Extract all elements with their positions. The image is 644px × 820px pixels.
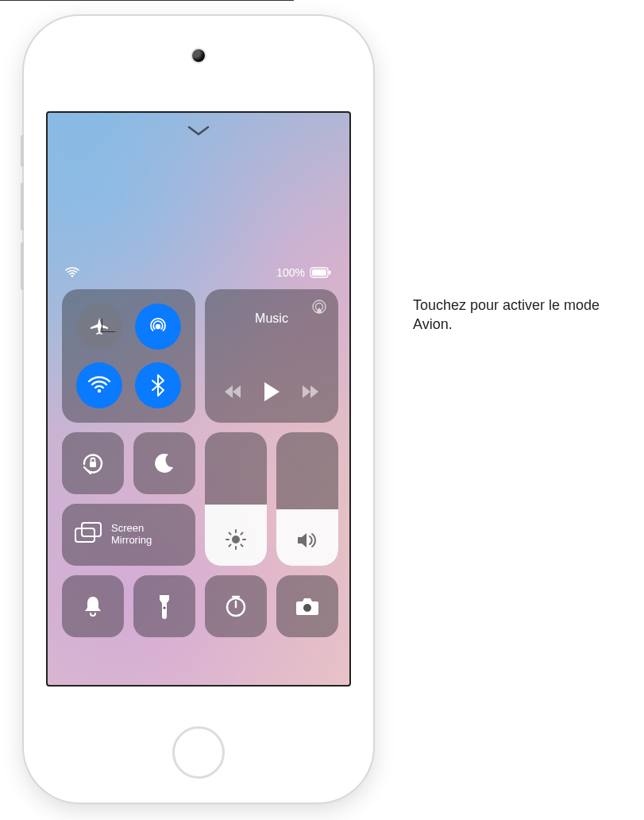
timer-icon	[224, 594, 248, 618]
timer-button[interactable]	[205, 575, 267, 637]
device-frame: 100%	[24, 16, 373, 803]
moon-icon	[152, 451, 176, 475]
callout-leader	[0, 0, 294, 1]
svg-rect-8	[90, 462, 96, 467]
callout-leader-elbow	[102, 319, 115, 332]
svg-point-20	[163, 606, 165, 609]
volume-slider[interactable]	[276, 432, 338, 566]
svg-point-24	[303, 604, 311, 612]
svg-line-16	[229, 533, 231, 535]
screen-mirroring-label-2: Mirroring	[111, 535, 152, 547]
bell-icon	[83, 594, 103, 618]
battery-icon	[310, 267, 332, 278]
airdrop-icon	[146, 315, 170, 338]
media-title: Music	[255, 311, 288, 326]
wifi-button[interactable]	[76, 362, 122, 408]
airplay-icon[interactable]	[311, 299, 327, 318]
play-button[interactable]	[263, 381, 280, 405]
side-button-volume-down	[21, 242, 24, 290]
brightness-slider[interactable]	[205, 432, 267, 566]
flashlight-button[interactable]	[133, 575, 195, 637]
control-center-grid: Music	[62, 289, 338, 637]
do-not-disturb-button[interactable]	[133, 432, 195, 494]
svg-point-4	[156, 324, 160, 329]
bluetooth-icon	[151, 373, 165, 397]
media-platter[interactable]: Music	[205, 289, 338, 423]
bluetooth-button[interactable]	[135, 362, 181, 408]
sound-button[interactable]	[62, 575, 124, 637]
svg-point-5	[98, 389, 101, 393]
camera-button[interactable]	[276, 575, 338, 637]
screen: 100%	[46, 111, 351, 687]
side-button-volume-up	[21, 183, 24, 230]
orientation-lock-button[interactable]	[62, 432, 124, 494]
airplane-mode-button[interactable]	[76, 304, 122, 350]
previous-track-button[interactable]	[225, 385, 242, 402]
volume-icon	[296, 531, 318, 553]
screen-mirroring-icon	[75, 522, 102, 547]
svg-line-18	[241, 533, 242, 535]
svg-rect-9	[82, 523, 101, 536]
airdrop-button[interactable]	[135, 304, 181, 350]
battery-percent-label: 100%	[276, 266, 305, 279]
next-track-button[interactable]	[301, 385, 318, 402]
dismiss-chevron-icon[interactable]	[187, 126, 210, 140]
svg-rect-2	[312, 269, 326, 276]
svg-line-17	[241, 544, 242, 546]
wifi-status-icon	[65, 267, 79, 278]
connectivity-platter[interactable]	[62, 289, 195, 423]
flashlight-icon	[157, 594, 172, 619]
front-camera	[192, 49, 205, 62]
orientation-lock-icon	[79, 450, 106, 477]
svg-rect-10	[75, 528, 94, 542]
svg-point-0	[71, 275, 74, 277]
screen-mirroring-button[interactable]: Screen Mirroring	[62, 504, 195, 566]
status-bar: 100%	[48, 264, 349, 281]
svg-point-11	[232, 536, 240, 543]
screen-mirroring-label-1: Screen	[111, 523, 152, 535]
wifi-icon	[87, 376, 111, 395]
home-button[interactable]	[172, 726, 225, 779]
callout-text: Touchez pour activer le mode Avion.	[413, 296, 627, 335]
brightness-icon	[226, 529, 246, 553]
svg-line-19	[229, 544, 231, 546]
side-button-silent	[21, 135, 24, 167]
camera-icon	[295, 596, 320, 617]
svg-rect-3	[329, 271, 331, 275]
